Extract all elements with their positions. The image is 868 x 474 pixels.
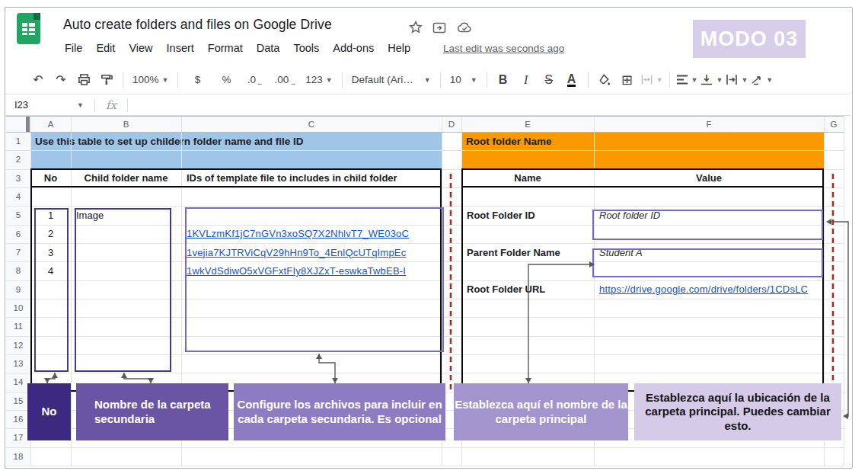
annotation-box-nombre[interactable]: Nombre de la carpeta secundaria xyxy=(76,383,228,440)
annotation-box-no[interactable]: No xyxy=(27,383,71,440)
annotation-box-configure[interactable]: Configure los archivos para incluir en c… xyxy=(234,383,445,440)
annotation-box-establezca-nombre[interactable]: Establezca aquí el nombre de la carpeta … xyxy=(454,383,628,440)
annotation-boxes: NoNombre de la carpeta secundariaConfigu… xyxy=(0,0,868,474)
annotation-box-establezca-ubicacion[interactable]: Establezca aquí la ubicación de la carpe… xyxy=(634,383,841,440)
